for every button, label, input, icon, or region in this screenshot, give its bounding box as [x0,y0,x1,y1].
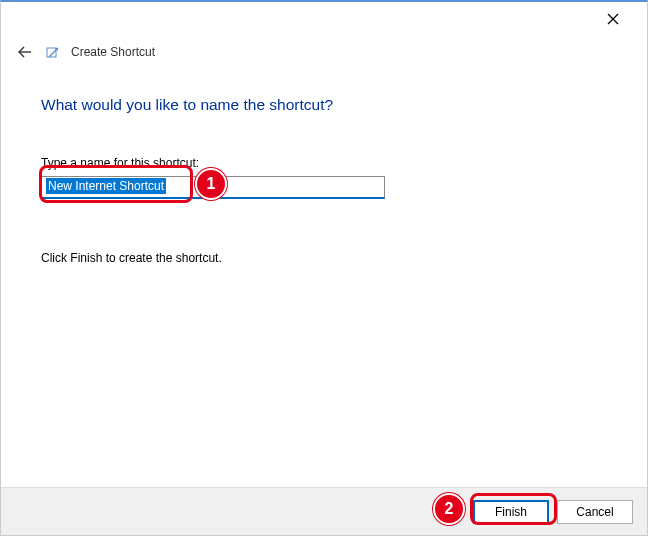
instruction-text: Click Finish to create the shortcut. [41,251,607,265]
finish-button[interactable]: Finish [473,500,549,524]
close-icon [607,13,619,25]
back-arrow-icon [17,44,33,60]
name-field-label: Type a name for this shortcut: [41,156,607,170]
back-button[interactable] [15,42,35,62]
page-heading: What would you like to name the shortcut… [41,96,607,114]
wizard-title: Create Shortcut [71,45,155,59]
wizard-header: Create Shortcut [1,36,647,62]
button-bar: Finish Cancel [1,487,647,535]
shortcut-name-input[interactable]: New Internet Shortcut [41,176,385,199]
close-button[interactable] [591,4,635,34]
title-bar [1,2,647,36]
svg-rect-3 [47,48,56,57]
wizard-content: What would you like to name the shortcut… [1,62,647,265]
cancel-button[interactable]: Cancel [557,500,633,524]
shortcut-wizard-icon [45,44,61,60]
